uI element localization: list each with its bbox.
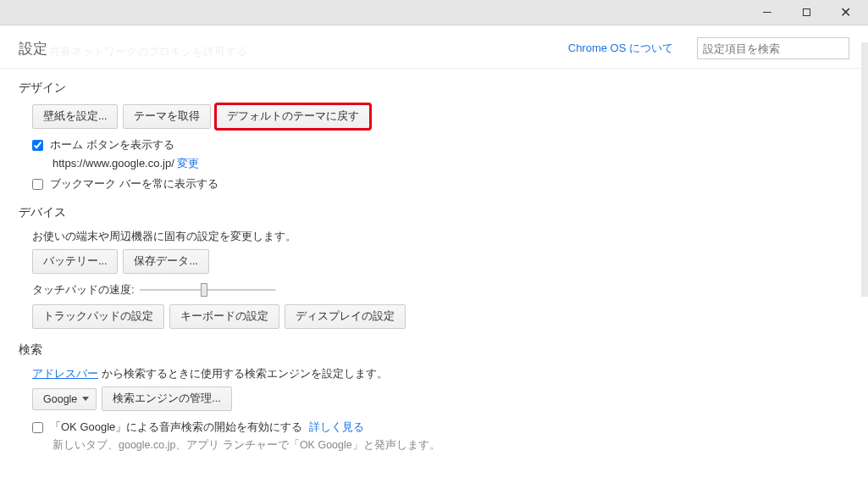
- get-theme-button[interactable]: テーマを取得: [123, 104, 211, 129]
- search-desc-rest: から検索するときに使用する検索エンジンを設定します。: [98, 367, 388, 380]
- section-design-title: デザイン: [19, 81, 849, 96]
- touchpad-speed-slider[interactable]: [140, 289, 275, 291]
- manage-engines-button[interactable]: 検索エンジンの管理...: [102, 387, 231, 411]
- touchpad-speed-row: タッチパッドの速度:: [32, 282, 849, 298]
- reset-theme-button[interactable]: デフォルトのテーマに戻す: [216, 104, 370, 129]
- keyboard-settings-button[interactable]: キーボードの設定: [169, 304, 279, 329]
- ok-google-row[interactable]: 「OK Google」による音声検索の開始を有効にする 詳しく見る: [32, 420, 849, 435]
- home-url-row: https://www.google.co.jp/ 変更: [53, 156, 849, 171]
- touchpad-speed-label: タッチパッドの速度:: [32, 282, 135, 298]
- window-titlebar: ✕: [0, 0, 868, 25]
- close-button[interactable]: ✕: [826, 1, 865, 25]
- close-icon: ✕: [840, 6, 851, 19]
- show-bookmark-bar-checkbox[interactable]: [32, 179, 43, 190]
- chevron-down-icon: [82, 397, 89, 401]
- faded-background-text: 共有ネットワークのプロキシを許可する: [49, 44, 247, 59]
- device-button-row-1: バッテリー... 保存データ...: [32, 249, 849, 274]
- show-bookmark-bar-label: ブックマーク バーを常に表示する: [50, 176, 218, 192]
- trackpad-settings-button[interactable]: トラックパッドの設定: [32, 304, 164, 329]
- search-engine-selected-label: Google: [43, 393, 77, 405]
- page-title: 設定: [19, 39, 47, 58]
- minimize-icon: [763, 12, 771, 13]
- ok-google-subtext: 新しいタブ、google.co.jp、アプリ ランチャーで「OK Google」…: [53, 438, 849, 453]
- show-home-button-row[interactable]: ホーム ボタンを表示する: [32, 137, 849, 153]
- home-url-text: https://www.google.co.jp/: [53, 157, 174, 170]
- header: 共有ネットワークのプロキシを許可する 設定 Chrome OS について: [0, 25, 868, 69]
- scrollbar[interactable]: [861, 42, 868, 297]
- storage-button[interactable]: 保存データ...: [123, 249, 208, 274]
- search-engine-row: Google 検索エンジンの管理...: [32, 387, 849, 411]
- maximize-button[interactable]: [787, 1, 826, 25]
- battery-button[interactable]: バッテリー...: [32, 249, 118, 274]
- display-settings-button[interactable]: ディスプレイの設定: [285, 304, 406, 329]
- show-bookmark-bar-row[interactable]: ブックマーク バーを常に表示する: [32, 176, 849, 192]
- maximize-icon: [803, 8, 810, 16]
- minimize-button[interactable]: [748, 1, 787, 25]
- show-home-button-checkbox[interactable]: [32, 140, 43, 151]
- set-wallpaper-button[interactable]: 壁紙を設定...: [32, 104, 118, 129]
- search-settings-input[interactable]: [697, 37, 849, 59]
- search-description: アドレスバー から検索するときに使用する検索エンジンを設定します。: [32, 366, 849, 381]
- section-search-title: 検索: [19, 342, 849, 358]
- ok-google-label: 「OK Google」による音声検索の開始を有効にする: [50, 420, 302, 435]
- ok-google-learn-more-link[interactable]: 詳しく見る: [309, 420, 364, 435]
- ok-google-checkbox[interactable]: [32, 422, 43, 433]
- device-button-row-2: トラックパッドの設定 キーボードの設定 ディスプレイの設定: [32, 304, 849, 329]
- slider-thumb-icon[interactable]: [201, 283, 207, 297]
- design-button-row: 壁紙を設定... テーマを取得 デフォルトのテーマに戻す: [32, 104, 849, 129]
- settings-content: デザイン 壁紙を設定... テーマを取得 デフォルトのテーマに戻す ホーム ボタ…: [0, 69, 868, 473]
- address-bar-link[interactable]: アドレスバー: [32, 367, 98, 380]
- change-home-link[interactable]: 変更: [177, 157, 199, 170]
- show-home-button-label: ホーム ボタンを表示する: [50, 137, 174, 153]
- about-chromeos-link[interactable]: Chrome OS について: [568, 41, 673, 56]
- device-description: お使いの端末や周辺機器に固有の設定を変更します。: [32, 229, 849, 244]
- section-device-title: デバイス: [19, 205, 849, 220]
- search-engine-select[interactable]: Google: [32, 388, 97, 410]
